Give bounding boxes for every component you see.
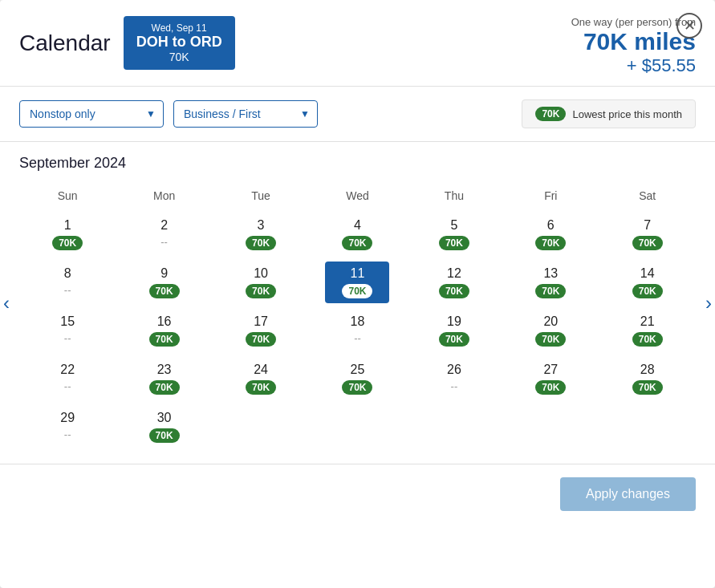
cabin-select[interactable]: Business / First Economy bbox=[173, 100, 318, 128]
price-pill: 70K bbox=[535, 380, 566, 395]
calendar-cell: 26-- bbox=[406, 355, 502, 403]
day-of-week-header: Thu bbox=[406, 185, 502, 210]
filters-row: Nonstop only All flights ▼ Business / Fi… bbox=[0, 87, 715, 142]
day-number: 28 bbox=[640, 363, 655, 377]
day-cell[interactable]: 2870K bbox=[615, 358, 680, 399]
day-number: 2 bbox=[160, 218, 168, 233]
calendar-section: ‹ September 2024 SunMonTueWedThuFriSat 1… bbox=[0, 142, 715, 464]
day-number: 22 bbox=[60, 363, 75, 377]
month-title: September 2024 bbox=[19, 155, 696, 172]
calendar-cell bbox=[406, 403, 502, 451]
calendar-cell bbox=[213, 403, 309, 451]
day-cell[interactable]: 1670K bbox=[132, 310, 197, 351]
apply-changes-button[interactable]: Apply changes bbox=[560, 477, 696, 511]
price-pill: 70K bbox=[439, 284, 469, 298]
day-cell[interactable]: 2170K bbox=[615, 310, 680, 351]
day-cell[interactable]: 770K bbox=[615, 213, 680, 255]
day-number: 21 bbox=[640, 314, 655, 329]
price-unavailable: -- bbox=[451, 380, 458, 392]
day-cell[interactable]: 15-- bbox=[35, 310, 100, 349]
day-cell[interactable]: 970K bbox=[132, 262, 197, 303]
day-number: 6 bbox=[547, 218, 555, 233]
day-cell[interactable]: 370K bbox=[229, 213, 293, 255]
day-of-week-header: Wed bbox=[309, 185, 405, 210]
price-unavailable: -- bbox=[354, 332, 361, 344]
calendar-week-row: 8--970K1070K1170K1270K1370K1470K bbox=[19, 258, 696, 306]
flight-date: Wed, Sep 11 bbox=[136, 22, 222, 34]
calendar-cell: 1670K bbox=[116, 306, 212, 355]
nonstop-filter-wrapper: Nonstop only All flights ▼ bbox=[19, 100, 164, 128]
price-pill: 70K bbox=[246, 284, 276, 298]
day-cell[interactable]: 2570K bbox=[325, 358, 389, 399]
fees: + $55.55 bbox=[571, 55, 696, 76]
day-of-week-header: Mon bbox=[116, 185, 212, 210]
day-number: 23 bbox=[157, 363, 172, 377]
day-cell[interactable]: 2770K bbox=[518, 358, 583, 399]
calendar-cell: 370K bbox=[213, 210, 309, 258]
modal-title: Calendar bbox=[19, 30, 111, 56]
day-number: 17 bbox=[254, 314, 268, 329]
price-pill: 70K bbox=[342, 380, 372, 395]
day-number: 5 bbox=[450, 218, 457, 233]
day-cell[interactable]: 26-- bbox=[422, 358, 486, 397]
day-cell[interactable]: 22-- bbox=[35, 358, 100, 397]
day-cell[interactable]: 2-- bbox=[132, 213, 197, 253]
close-button[interactable]: ✕ bbox=[676, 13, 702, 39]
day-cell[interactable]: 470K bbox=[325, 213, 389, 255]
day-number: 29 bbox=[60, 411, 75, 425]
price-pill: 70K bbox=[149, 284, 180, 298]
day-cell[interactable]: 8-- bbox=[35, 262, 100, 301]
day-cell[interactable]: 2370K bbox=[132, 358, 197, 399]
calendar-cell bbox=[502, 403, 599, 451]
price-pill: 70K bbox=[342, 236, 372, 250]
day-number: 11 bbox=[351, 266, 365, 281]
day-cell[interactable]: 1770K bbox=[229, 310, 293, 351]
nonstop-select[interactable]: Nonstop only All flights bbox=[19, 100, 164, 128]
calendar-cell: 8-- bbox=[19, 258, 116, 306]
day-cell[interactable]: 29-- bbox=[35, 406, 100, 445]
day-number: 19 bbox=[447, 314, 461, 329]
day-cell[interactable]: 170K bbox=[35, 213, 100, 255]
day-cell[interactable]: 2470K bbox=[229, 358, 293, 399]
price-pill: 70K bbox=[149, 332, 180, 347]
next-month-button[interactable]: › bbox=[705, 292, 712, 314]
calendar-cell: 2-- bbox=[116, 210, 212, 258]
day-of-week-header: Fri bbox=[502, 185, 599, 210]
day-cell[interactable]: 670K bbox=[518, 213, 583, 255]
prev-month-button[interactable]: ‹ bbox=[3, 292, 10, 314]
day-cell[interactable]: 1170K bbox=[325, 262, 389, 303]
calendar-cell: 770K bbox=[599, 210, 696, 258]
price-pill: 70K bbox=[246, 332, 276, 347]
day-cell[interactable]: 1370K bbox=[518, 262, 583, 303]
day-cell[interactable]: 1270K bbox=[422, 262, 486, 303]
calendar-cell: 1270K bbox=[406, 258, 502, 306]
calendar-cell bbox=[309, 403, 405, 451]
price-pill: 70K bbox=[246, 236, 276, 250]
calendar-cell: 570K bbox=[406, 210, 502, 258]
price-unavailable: -- bbox=[64, 332, 71, 344]
price-pill: 70K bbox=[632, 284, 663, 298]
calendar-cell: 1070K bbox=[213, 258, 309, 306]
close-icon: ✕ bbox=[684, 17, 696, 34]
day-number: 24 bbox=[254, 363, 268, 377]
day-cell[interactable]: 1470K bbox=[615, 262, 680, 303]
day-cell[interactable]: 2070K bbox=[518, 310, 583, 351]
calendar-cell: 470K bbox=[309, 210, 405, 258]
calendar-cell: 18-- bbox=[309, 306, 405, 355]
flight-route: DOH to ORD bbox=[136, 34, 222, 51]
day-number: 3 bbox=[258, 218, 265, 233]
day-cell[interactable]: 570K bbox=[422, 213, 486, 255]
calendar-cell: 670K bbox=[502, 210, 599, 258]
calendar-cell: 170K bbox=[19, 210, 116, 258]
calendar-cell: 29-- bbox=[19, 403, 116, 451]
calendar-cell: 2770K bbox=[502, 355, 599, 403]
price-unavailable: -- bbox=[160, 236, 168, 248]
day-number: 4 bbox=[354, 218, 361, 233]
day-cell[interactable]: 3070K bbox=[132, 406, 197, 448]
calendar-cell: 2570K bbox=[309, 355, 405, 403]
day-cell[interactable]: 18-- bbox=[325, 310, 389, 349]
day-number: 15 bbox=[60, 314, 75, 329]
day-cell[interactable]: 1070K bbox=[229, 262, 293, 303]
day-number: 1 bbox=[64, 218, 71, 233]
day-cell[interactable]: 1970K bbox=[422, 310, 486, 351]
